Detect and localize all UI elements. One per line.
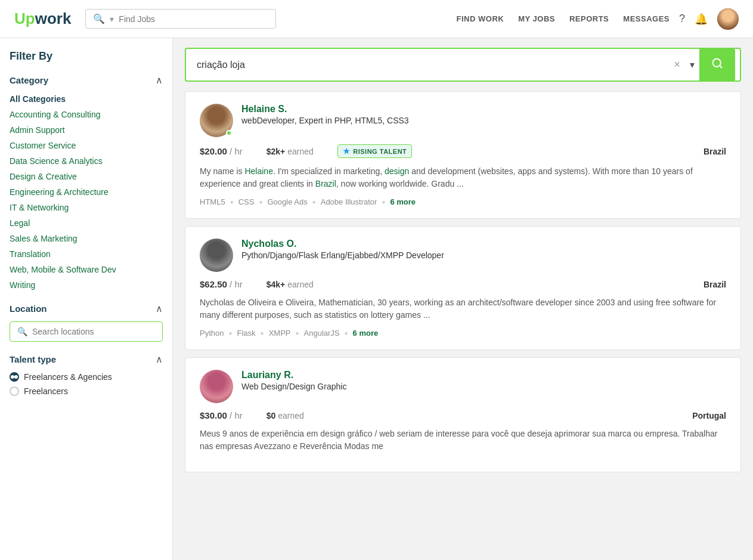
card-header-1: Nycholas O. Python/Django/Flask Erlang/E… [200,239,726,272]
freelancer-avatar-0 [200,104,233,137]
category-item-web[interactable]: Web, Mobile & Software Dev [10,264,163,276]
skill-more-1[interactable]: 6 more [353,329,379,338]
nav-my-jobs[interactable]: MY JOBS [518,14,555,23]
category-section-header[interactable]: Category ∧ [10,75,163,86]
clear-search-button[interactable]: × [669,58,685,71]
nav-messages[interactable]: MESSAGES [623,14,670,23]
category-item-it[interactable]: IT & Networking [10,202,163,214]
freelancer-name-0[interactable]: Helaine S. [241,104,726,115]
category-item-translation[interactable]: Translation [10,248,163,260]
skill-tag-1-0[interactable]: Python [200,329,224,338]
freelancer-card-0: Helaine S. webDeveloper, Expert in PHP, … [185,91,741,219]
skill-tag-0-0[interactable]: HTML5 [200,197,225,206]
skill-tag-1-2[interactable]: XMPP [269,329,291,338]
help-button[interactable]: ? [679,13,685,25]
meta-rate-2: $30.00 / hr [200,410,243,420]
skill-dot: ● [312,199,316,205]
meta-location-0: Brazil [704,147,726,156]
card-description-2: Meus 9 anos de experiência em design grá… [200,428,726,453]
earned-label-2: earned [278,411,304,420]
category-item-accounting[interactable]: Accounting & Consulting [10,109,163,120]
card-header-0: Helaine S. webDeveloper, Expert in PHP, … [200,104,726,137]
card-info-1: Nycholas O. Python/Django/Flask Erlang/E… [241,239,726,260]
notifications-button[interactable]: 🔔 [695,13,708,26]
skill-dot: ● [382,199,385,205]
talent-type-section-header[interactable]: Talent type ∧ [10,354,163,365]
category-item-sales[interactable]: Sales & Marketing [10,233,163,245]
category-item-writing[interactable]: Writing [10,279,163,291]
rate-number-1: $62.50 [200,279,227,289]
earned-amount-2: $0 [267,411,276,420]
skill-tag-1-3[interactable]: AngularJS [304,329,340,338]
logo-work: work [35,10,72,27]
category-item-customer-service[interactable]: Customer Service [10,140,163,151]
skill-more-0[interactable]: 6 more [390,197,416,206]
talent-type-list: Freelancers & Agencies Freelancers [10,372,163,396]
card-skills-1: Python ● Flask ● XMPP ● AngularJS ● 6 mo… [200,329,726,338]
main-search-input[interactable] [191,51,669,79]
radio-freelancers-agencies [10,372,19,382]
freelancer-avatar-2 [200,370,233,403]
category-item-engineering[interactable]: Engineering & Architecture [10,186,163,198]
freelancer-title-1: Python/Django/Flask Erlang/Ejabbed/XMPP … [241,250,444,260]
meta-earned-2: $0 earned [267,411,304,420]
skill-dot: ● [295,330,299,336]
talent-type-label-0: Freelancers & Agencies [24,372,112,382]
skill-tag-0-2[interactable]: Google Ads [267,197,307,206]
earned-amount-0: $2k+ [267,147,286,156]
talent-type-freelancers[interactable]: Freelancers [10,386,163,396]
main-nav: FIND WORK MY JOBS REPORTS MESSAGES [457,14,670,23]
logo[interactable]: Upwork [14,10,71,28]
category-filter-section: Category ∧ All Categories Accounting & C… [10,75,163,291]
main-search-button[interactable] [699,49,735,81]
location-chevron-icon: ∧ [156,303,163,314]
location-search-icon: 🔍 [17,327,27,336]
page-content: Filter By Category ∧ All Categories Acco… [0,38,753,560]
location-section-header[interactable]: Location ∧ [10,303,163,314]
freelancer-name-2[interactable]: Lauriany R. [241,370,726,380]
card-meta-2: $30.00 / hr $0 earned Portugal [200,410,726,420]
freelancer-name-1[interactable]: Nycholas O. [241,239,726,249]
main-content: × ▾ Helaine S. webDeveloper, Expert in P… [173,38,753,560]
user-avatar[interactable] [717,8,739,30]
meta-location-2: Portugal [692,411,726,420]
skill-dot: ● [261,330,264,336]
rate-unit-2: / hr [230,410,243,420]
meta-earned-1: $4k+ earned [267,280,314,289]
category-item-admin[interactable]: Admin Support [10,124,163,136]
talent-type-filter-section: Talent type ∧ Freelancers & Agencies Fre… [10,354,163,396]
talent-type-section-title: Talent type [10,354,56,364]
header-icons: ? 🔔 [679,8,739,30]
card-meta-1: $62.50 / hr $4k+ earned Brazil [200,279,726,289]
skill-tag-1-1[interactable]: Flask [237,329,256,338]
skill-tag-0-3[interactable]: Adobe Illustrator [321,197,377,206]
filter-by-title: Filter By [10,50,163,63]
header: Upwork 🔍 ▾ FIND WORK MY JOBS REPORTS MES… [0,0,753,38]
svg-line-1 [720,66,722,68]
nav-find-work[interactable]: FIND WORK [457,14,504,23]
card-info-2: Lauriany R. Web Design/Design Graphic [241,370,726,391]
search-dropdown-arrow[interactable]: ▾ [110,14,114,24]
earned-label-0: earned [287,147,314,156]
highlighted-design-0: design [385,166,409,176]
location-section-title: Location [10,304,47,314]
header-search-input[interactable] [119,14,250,24]
highlighted-name-0: Helaine [244,166,272,176]
skill-tag-0-1[interactable]: CSS [238,197,255,206]
search-chevron-icon[interactable]: ▾ [685,59,699,70]
rising-talent-text-0: RISING TALENT [353,148,407,155]
category-item-data-science[interactable]: Data Science & Analytics [10,155,163,167]
rate-unit-0: / hr [230,146,243,156]
category-item-design[interactable]: Design & Creative [10,171,163,182]
radio-freelancers [10,386,19,396]
online-indicator-0 [226,130,232,136]
skill-dot: ● [230,199,234,205]
category-chevron-icon: ∧ [156,75,163,86]
category-item-legal[interactable]: Legal [10,217,163,229]
talent-type-freelancers-agencies[interactable]: Freelancers & Agencies [10,372,163,382]
category-item-all[interactable]: All Categories [10,93,163,105]
nav-reports[interactable]: REPORTS [569,14,609,23]
card-skills-0: HTML5 ● CSS ● Google Ads ● Adobe Illustr… [200,197,726,206]
freelancer-card-1: Nycholas O. Python/Django/Flask Erlang/E… [185,226,741,350]
location-search-input[interactable] [32,327,155,336]
